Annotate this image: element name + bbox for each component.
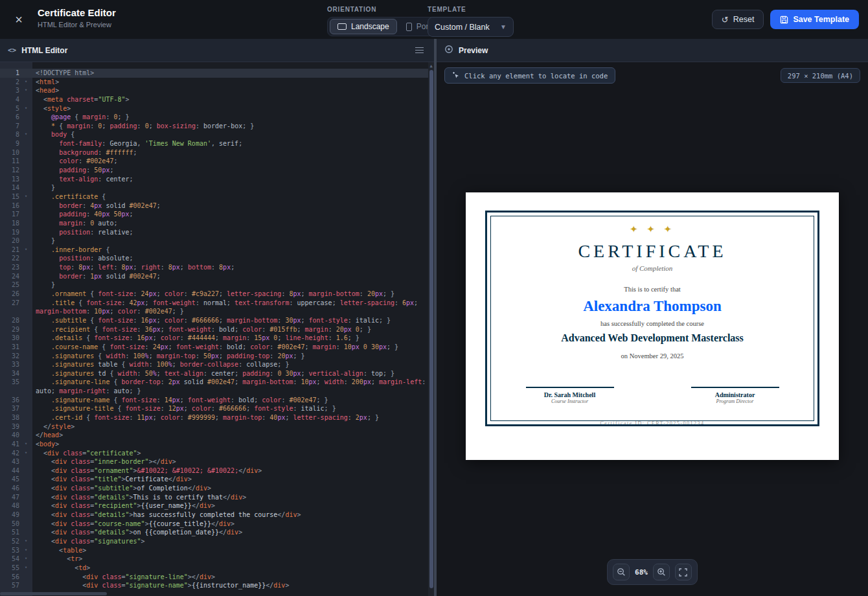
code-line[interactable]: 12 padding: 50px; — [0, 166, 429, 175]
code-line[interactable]: 4 <meta charset="UTF-8"> — [0, 95, 429, 104]
code-line[interactable]: 53▾ <table> — [0, 546, 429, 555]
code-line[interactable]: 30 .details { font-size: 16px; color: #4… — [0, 334, 429, 343]
certificate-course-name[interactable]: Advanced Web Development Masterclass — [487, 332, 817, 344]
code-line[interactable]: 10 background: #ffffff; — [0, 148, 429, 157]
certificate-completed-line[interactable]: has successfully completed the course — [487, 320, 817, 327]
code-line[interactable]: 19 position: relative; — [0, 228, 429, 237]
fold-chevron-icon[interactable]: ▾ — [19, 537, 32, 546]
horizontal-scrollbar-thumb[interactable] — [0, 592, 107, 595]
code-line[interactable]: 28 .subtitle { font-size: 16px; color: #… — [0, 316, 429, 325]
code-line[interactable]: 51 <div class="details">on {{completion_… — [0, 528, 429, 537]
code-line[interactable]: 18 margin: 0 auto; — [0, 219, 429, 228]
fold-chevron-icon[interactable]: ▾ — [19, 555, 32, 564]
locate-in-code-button[interactable]: Click any element to locate in code — [444, 67, 615, 84]
fit-to-screen-button[interactable] — [675, 564, 692, 580]
code-line[interactable]: 39 </style> — [0, 422, 429, 431]
code-line[interactable]: 33 .signatures table { width: 100%; bord… — [0, 360, 429, 369]
fold-chevron-icon[interactable]: ▾ — [19, 104, 32, 113]
certificate-id[interactable]: Certificate ID: CERT-2025-001234 — [487, 420, 817, 426]
code-line[interactable]: 41▾<body> — [0, 440, 429, 449]
code-line[interactable]: 13 text-align: center; — [0, 175, 429, 184]
fold-chevron-icon[interactable]: ▾ — [19, 546, 32, 555]
save-template-button[interactable]: Save Template — [770, 10, 859, 29]
html-code-editor[interactable]: 1<!DOCTYPE html>2▾<html>3▾<head>4 <meta … — [0, 62, 434, 596]
code-line[interactable]: 31 .course-name { font-size: 24px; font-… — [0, 343, 429, 352]
code-line[interactable]: 40</head> — [0, 431, 429, 440]
code-line[interactable]: 20 } — [0, 236, 429, 246]
code-line[interactable]: 47 <div class="details">This is to certi… — [0, 493, 429, 502]
code-line[interactable]: 8▾ body { — [0, 130, 429, 139]
code-line[interactable]: 29 .recipient { font-size: 36px; font-we… — [0, 325, 429, 334]
code-line[interactable]: 52▾ <div class="signatures"> — [0, 537, 429, 546]
code-line[interactable]: 26 .ornament { font-size: 24px; color: #… — [0, 290, 429, 299]
code-line[interactable]: 44 <div class="ornament">&#10022; &#1002… — [0, 466, 429, 476]
fold-chevron-icon[interactable]: ▾ — [19, 86, 32, 95]
code-line[interactable]: 34 .signatures td { width: 50%; text-ali… — [0, 369, 429, 378]
zoom-in-button[interactable] — [653, 564, 670, 580]
reset-button[interactable]: ↺ Reset — [712, 10, 764, 29]
scroll-up-arrow-icon[interactable]: ▲ — [429, 63, 433, 69]
code-line[interactable]: margin-bottom: 10px; color: #002e47; } — [0, 307, 429, 316]
code-line[interactable]: 55▾ <td> — [0, 564, 429, 573]
zoom-out-button[interactable] — [613, 564, 630, 580]
fold-chevron-icon[interactable]: ▾ — [19, 564, 32, 573]
vertical-scrollbar-thumb[interactable] — [429, 70, 433, 588]
code-line[interactable]: 45 <div class="title">Certificate</div> — [0, 475, 429, 484]
certificate-certify-line[interactable]: This is to certify that — [487, 286, 817, 293]
code-line[interactable]: 48 <div class="recipient">{{user_name}}<… — [0, 501, 429, 510]
code-line[interactable]: 57 <div class="signature-name">{{instruc… — [0, 581, 429, 590]
code-line[interactable]: 5▾ <style> — [0, 104, 429, 113]
code-line[interactable]: 6 @page { margin: 0; } — [0, 113, 429, 122]
code-line[interactable]: 42▾ <div class="certificate"> — [0, 449, 429, 458]
fold-chevron-icon[interactable]: ▾ — [19, 130, 32, 139]
code-line[interactable]: 15▾ .certificate { — [0, 192, 429, 201]
certificate-subtitle[interactable]: of Completion — [487, 264, 817, 272]
code-line[interactable]: 46 <div class="subtitle">of Completion</… — [0, 484, 429, 493]
certificate-recipient-name[interactable]: Alexandra Thompson — [487, 298, 817, 315]
certificate-title[interactable]: CERTIFICATE — [487, 241, 817, 262]
fold-gutter-space — [19, 484, 32, 493]
code-line[interactable]: 43 <div class="inner-border"></div> — [0, 457, 429, 466]
code-line[interactable]: 49 <div class="details">has successfully… — [0, 510, 429, 520]
code-line[interactable]: 50 <div class="course-name">{{course_tit… — [0, 520, 429, 529]
code-line[interactable]: 16 border: 4px solid #002e47; — [0, 201, 429, 211]
fold-chevron-icon[interactable]: ▾ — [19, 192, 32, 201]
code-line[interactable]: 25 } — [0, 281, 429, 290]
editor-menu-icon[interactable] — [413, 45, 426, 56]
code-line[interactable]: 9 font-family: Georgia, 'Times New Roman… — [0, 139, 429, 148]
code-line[interactable]: 22 position: absolute; — [0, 254, 429, 263]
code-line[interactable]: 32 .signatures { width: 100%; margin-top… — [0, 352, 429, 361]
code-line[interactable]: 2▾<html> — [0, 78, 429, 87]
code-line[interactable]: 1<!DOCTYPE html> — [0, 69, 429, 78]
code-line[interactable]: 3▾<head> — [0, 86, 429, 95]
code-line[interactable]: 17 padding: 40px 50px; — [0, 210, 429, 219]
fold-chevron-icon[interactable]: ▾ — [19, 246, 32, 255]
code-line[interactable]: 23 top: 8px; left: 8px; right: 8px; bott… — [0, 263, 429, 272]
certificate-page[interactable]: ✦ ✦ ✦ CERTIFICATE of Completion This is … — [466, 192, 839, 460]
code-line[interactable]: 14 } — [0, 183, 429, 192]
fold-chevron-icon[interactable]: ▾ — [19, 449, 32, 458]
code-line[interactable]: 56 <div class="signature-line"></div> — [0, 573, 429, 582]
template-select[interactable]: Custom / Blank ▼ — [428, 17, 514, 37]
code-line[interactable]: 38 .cert-id { font-size: 11px; color: #9… — [0, 413, 429, 422]
orientation-landscape-button[interactable]: Landscape — [330, 19, 397, 34]
fold-chevron-icon[interactable]: ▾ — [19, 440, 32, 449]
code-line[interactable]: 27 .title { font-size: 42px; font-weight… — [0, 299, 429, 308]
close-icon[interactable]: × — [10, 12, 27, 29]
code-line[interactable]: 11 color: #002e47; — [0, 157, 429, 166]
certificate-ornament[interactable]: ✦ ✦ ✦ — [487, 224, 817, 235]
signature-block[interactable]: AdministratorProgram Director — [652, 387, 817, 404]
certificate-date-line[interactable]: on November 29, 2025 — [487, 352, 817, 360]
signature-block[interactable]: Dr. Sarah MitchellCourse Instructor — [487, 387, 652, 404]
fold-chevron-icon[interactable]: ▾ — [19, 78, 32, 87]
code-line[interactable]: auto; margin-right: auto; } — [0, 387, 429, 396]
code-line[interactable]: 7 * { margin: 0; padding: 0; box-sizing:… — [0, 122, 429, 131]
code-line[interactable]: 24 border: 1px solid #002e47; — [0, 272, 429, 281]
code-line[interactable]: 54▾ <tr> — [0, 555, 429, 564]
code-line[interactable]: 21▾ .inner-border { — [0, 246, 429, 255]
code-line[interactable]: 37 .signature-title { font-size: 12px; c… — [0, 404, 429, 413]
code-line[interactable]: 36 .signature-name { font-size: 14px; fo… — [0, 396, 429, 405]
certificate-border[interactable]: ✦ ✦ ✦ CERTIFICATE of Completion This is … — [485, 211, 819, 426]
code-line[interactable]: 35 .signature-line { border-top: 2px sol… — [0, 378, 429, 387]
editor-vertical-scrollbar[interactable]: ▲ — [428, 62, 434, 596]
